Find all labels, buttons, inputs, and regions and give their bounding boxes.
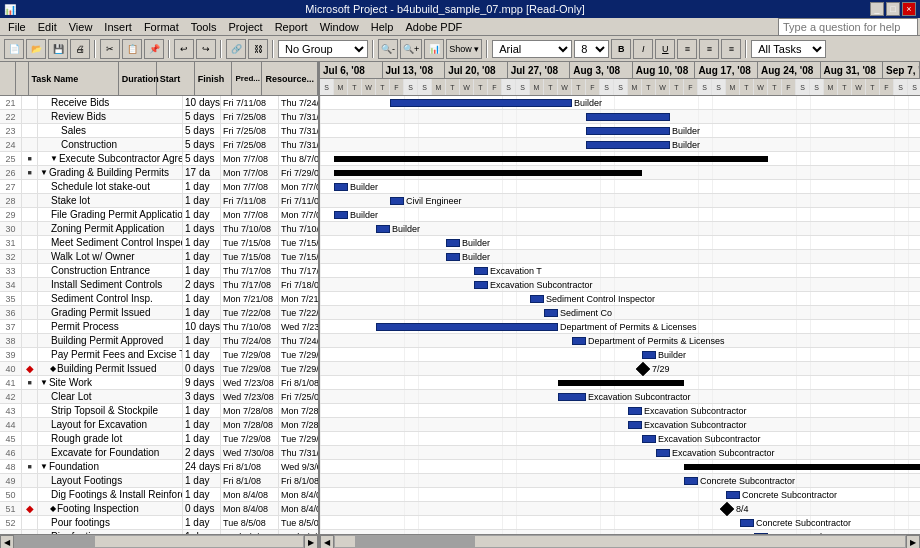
copy-button[interactable]: 📋 — [122, 39, 142, 59]
gantt-task-bar[interactable] — [586, 113, 670, 121]
gantt-task-bar[interactable] — [628, 421, 642, 429]
menu-help[interactable]: Help — [365, 20, 400, 34]
gantt-task-bar[interactable] — [474, 281, 488, 289]
gantt-task-bar[interactable] — [586, 127, 670, 135]
group-select[interactable]: No Group — [278, 40, 368, 58]
table-row[interactable]: 46 Excavate for Foundation 2 days Wed 7/… — [0, 446, 318, 460]
gantt-task-bar[interactable] — [726, 491, 740, 499]
table-row[interactable]: 27 Schedule lot stake-out 1 day Mon 7/7/… — [0, 180, 318, 194]
table-row[interactable]: 35 Sediment Control Insp. 1 day Mon 7/21… — [0, 292, 318, 306]
table-row[interactable]: 23 Sales 5 days Fri 7/25/08 Thu 7/31/08 … — [0, 124, 318, 138]
table-row[interactable]: 22 Review Bids 5 days Fri 7/25/08 Thu 7/… — [0, 110, 318, 124]
menu-project[interactable]: Project — [222, 20, 268, 34]
gantt-task-bar[interactable] — [334, 183, 348, 191]
menu-edit[interactable]: Edit — [32, 20, 63, 34]
gantt-task-bar[interactable] — [446, 239, 460, 247]
align-right-button[interactable]: ≡ — [721, 39, 741, 59]
gantt-task-bar[interactable] — [376, 323, 558, 331]
paste-button[interactable]: 📌 — [144, 39, 164, 59]
table-row[interactable]: 31 Meet Sediment Control Inspector 1 day… — [0, 236, 318, 250]
menu-insert[interactable]: Insert — [98, 20, 138, 34]
gantt-task-bar[interactable] — [376, 225, 390, 233]
gantt-task-bar[interactable] — [558, 393, 586, 401]
menu-adobe[interactable]: Adobe PDF — [399, 20, 468, 34]
table-scroll-left[interactable]: ◀ — [0, 535, 14, 548]
close-button[interactable]: × — [902, 2, 916, 16]
table-row[interactable]: 29 File Grading Permit Application 1 day… — [0, 208, 318, 222]
gantt-scroll-left[interactable]: ◀ — [320, 535, 334, 548]
table-row[interactable]: 49 Layout Footings 1 day Fri 8/1/08 Fri … — [0, 474, 318, 488]
table-row[interactable]: 34 Install Sediment Controls 2 days Thu … — [0, 278, 318, 292]
open-button[interactable]: 📂 — [26, 39, 46, 59]
align-center-button[interactable]: ≡ — [699, 39, 719, 59]
unlink-button[interactable]: ⛓ — [248, 39, 268, 59]
align-left-button[interactable]: ≡ — [677, 39, 697, 59]
menu-format[interactable]: Format — [138, 20, 185, 34]
help-search-input[interactable] — [778, 18, 918, 36]
table-row[interactable]: 33 Construction Entrance 1 day Thu 7/17/… — [0, 264, 318, 278]
cut-button[interactable]: ✂ — [100, 39, 120, 59]
menu-report[interactable]: Report — [269, 20, 314, 34]
menu-tools[interactable]: Tools — [185, 20, 223, 34]
table-row[interactable]: 44 Layout for Excavation 1 day Mon 7/28/… — [0, 418, 318, 432]
table-row[interactable]: 42 Clear Lot 3 days Wed 7/23/08 Fri 7/25… — [0, 390, 318, 404]
menu-view[interactable]: View — [63, 20, 99, 34]
table-row[interactable]: 28 Stake lot 1 day Fri 7/11/08 Fri 7/11/… — [0, 194, 318, 208]
link-button[interactable]: 🔗 — [226, 39, 246, 59]
gantt-task-bar[interactable] — [642, 351, 656, 359]
table-row[interactable]: 25 ■ ▼Execute Subcontractor Agreeme... 5… — [0, 152, 318, 166]
table-scroll-right[interactable]: ▶ — [304, 535, 318, 548]
gantt-task-bar[interactable] — [530, 295, 544, 303]
gantt-task-bar[interactable] — [656, 449, 670, 457]
table-row[interactable]: 39 Pay Permit Fees and Excise Tax 1 day … — [0, 348, 318, 362]
table-row[interactable]: 51 ◆ ◆Footing Inspection 0 days Mon 8/4/… — [0, 502, 318, 516]
table-row[interactable]: 52 Pour footings 1 day Tue 8/5/08 Tue 8/… — [0, 516, 318, 530]
table-row[interactable]: 24 Construction 5 days Fri 7/25/08 Thu 7… — [0, 138, 318, 152]
gantt-task-bar[interactable] — [334, 211, 348, 219]
menu-file[interactable]: File — [2, 20, 32, 34]
gantt-task-bar[interactable] — [390, 99, 572, 107]
table-row[interactable]: 45 Rough grade lot 1 day Tue 7/29/08 Tue… — [0, 432, 318, 446]
zoom-in-button[interactable]: 🔍+ — [400, 39, 422, 59]
gantt-task-bar[interactable] — [544, 309, 558, 317]
table-row[interactable]: 32 Walk Lot w/ Owner 1 day Tue 7/15/08 T… — [0, 250, 318, 264]
table-row[interactable]: 21 Receive Bids 10 days Fri 7/11/08 Thu … — [0, 96, 318, 110]
gantt-task-bar[interactable] — [390, 197, 404, 205]
table-row[interactable]: 38 Building Permit Approved 1 day Thu 7/… — [0, 334, 318, 348]
table-row[interactable]: 30 Zoning Permit Application 1 days Thu … — [0, 222, 318, 236]
show-button[interactable]: Show ▾ — [446, 39, 482, 59]
minimize-button[interactable]: _ — [870, 2, 884, 16]
menu-window[interactable]: Window — [314, 20, 365, 34]
table-row[interactable]: 36 Grading Permit Issued 1 day Tue 7/22/… — [0, 306, 318, 320]
new-button[interactable]: 📄 — [4, 39, 24, 59]
underline-button[interactable]: U — [655, 39, 675, 59]
table-row[interactable]: 50 Dig Footings & Install Reinforcing 1 … — [0, 488, 318, 502]
table-row[interactable]: 41 ■ ▼Site Work 9 days Wed 7/23/08 Fri 8… — [0, 376, 318, 390]
gantt-scroll-right[interactable]: ▶ — [906, 535, 920, 548]
undo-button[interactable]: ↩ — [174, 39, 194, 59]
gantt-task-bar[interactable] — [740, 519, 754, 527]
zoom-out-button[interactable]: 🔍- — [378, 39, 398, 59]
maximize-button[interactable]: □ — [886, 2, 900, 16]
gantt-task-bar[interactable] — [586, 141, 670, 149]
table-row[interactable]: 43 Strip Topsoil & Stockpile 1 day Mon 7… — [0, 404, 318, 418]
filter-select[interactable]: All Tasks — [751, 40, 826, 58]
table-row[interactable]: 48 ■ ▼Foundation 24 days Fri 8/1/08 Wed … — [0, 460, 318, 474]
gantt-task-bar[interactable] — [628, 407, 642, 415]
gantt-task-bar[interactable] — [642, 435, 656, 443]
font-select[interactable]: Arial — [492, 40, 572, 58]
print-button[interactable]: 🖨 — [70, 39, 90, 59]
italic-button[interactable]: I — [633, 39, 653, 59]
table-row[interactable]: 37 Permit Process 10 days Thu 7/10/08 We… — [0, 320, 318, 334]
save-button[interactable]: 💾 — [48, 39, 68, 59]
redo-button[interactable]: ↪ — [196, 39, 216, 59]
font-size-select[interactable]: 8 — [574, 40, 609, 58]
gantt-task-bar[interactable] — [684, 477, 698, 485]
bold-button[interactable]: B — [611, 39, 631, 59]
table-row[interactable]: 26 ■ ▼Grading & Building Permits 17 da M… — [0, 166, 318, 180]
gantt-task-bar[interactable] — [572, 337, 586, 345]
table-row[interactable]: 40 ◆ ◆Building Permit Issued 0 days Tue … — [0, 362, 318, 376]
gantt-chart-button[interactable]: 📊 — [424, 39, 444, 59]
gantt-task-bar[interactable] — [754, 533, 768, 534]
gantt-task-bar[interactable] — [474, 267, 488, 275]
